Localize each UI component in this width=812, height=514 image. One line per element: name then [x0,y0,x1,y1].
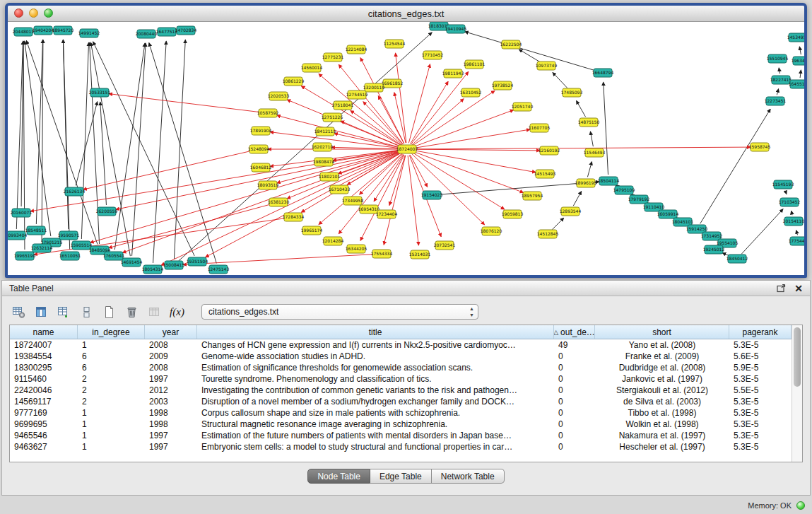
graph-node[interactable]: 17554334 [371,250,393,258]
graph-node[interactable]: 10993404 [8,231,27,240]
graph-node[interactable]: 19404204 [33,26,54,35]
cell-pagerank[interactable]: 5.6E-5 [729,351,792,362]
cell-in_degree[interactable]: 6 [78,351,145,362]
graph-node[interactable]: 17103452 [779,198,801,206]
graph-node[interactable]: 19861101 [464,60,486,69]
graph-node[interactable]: 16381230 [268,198,290,206]
citation-edge[interactable] [700,109,770,223]
tab-edge-table[interactable]: Edge Table [370,469,432,484]
cell-name[interactable]: 9463627 [10,441,78,452]
graph-node[interactable]: 18957954 [522,192,543,200]
cell-out_degree[interactable]: 0 [554,430,595,441]
graph-node[interactable]: 14691454 [121,258,143,267]
graph-node[interactable]: 19590571 [58,231,80,240]
cell-in_degree[interactable]: 2 [78,396,145,407]
graph-node[interactable]: 18548511 [25,226,47,235]
graph-node[interactable]: 27518041 [332,101,354,110]
cell-short[interactable]: Tibbo et al. (1998) [595,407,729,419]
cell-in_degree[interactable]: 2 [78,385,145,396]
import-table-icon[interactable] [145,303,164,322]
graph-node[interactable]: 15008415 [163,261,185,269]
graph-node[interactable]: 11607705 [529,124,551,132]
graph-node[interactable]: 17605541 [103,252,125,260]
graph-node[interactable]: 16222504 [500,40,522,49]
cell-title[interactable]: Investigating the contribution of common… [197,385,554,396]
graph-node[interactable]: 14515493 [534,170,556,178]
table-selector-combobox[interactable]: citations_edges.txt ▲▼ [201,304,478,320]
citation-edge-red[interactable] [413,110,513,146]
graph-node[interactable]: 15958745 [749,143,771,151]
graph-node[interactable]: 20533151 [89,88,111,97]
table-row[interactable]: 1938455462009Genome-wide association stu… [10,351,792,362]
cell-name[interactable]: 22420046 [10,385,78,396]
cell-title[interactable]: Genome-wide association studies in ADHD. [197,351,554,362]
cell-year[interactable]: 2008 [145,362,197,373]
citation-edge[interactable] [800,70,801,78]
graph-node[interactable]: 16510051 [59,252,81,260]
column-header-year[interactable]: year [145,325,197,339]
graph-node[interactable]: 12051740 [512,103,534,111]
graph-node[interactable]: 14560014 [301,64,323,72]
table-mode-icon[interactable] [9,303,28,322]
graph-node[interactable]: 17234404 [376,210,398,218]
citation-edge-red[interactable] [83,151,253,189]
graph-node[interactable]: 16059914 [657,210,679,218]
table-row[interactable]: 911546021997Tourette syndrome. Phenomeno… [10,373,792,385]
graph-node[interactable]: 17710452 [422,51,444,59]
cell-year[interactable]: 2009 [145,351,197,362]
graph-node[interactable]: 19965190 [14,252,36,260]
cell-pagerank[interactable]: 5.9E-5 [729,362,792,373]
graph-node[interactable]: 18996195 [575,179,597,187]
graph-node[interactable]: 17349958 [342,197,364,205]
citation-edge-red[interactable] [413,147,751,149]
citation-edge[interactable] [114,43,145,250]
graph-node[interactable]: 20160071 [11,209,33,217]
graph-node[interactable]: 20732541 [434,241,456,250]
cell-in_degree[interactable]: 1 [78,441,145,452]
cell-out_degree[interactable]: 0 [554,385,595,396]
citation-edge-red[interactable] [413,149,540,151]
citation-edge[interactable] [174,40,185,259]
citation-edge[interactable] [576,100,585,117]
cell-year[interactable]: 1997 [145,430,197,441]
cell-out_degree[interactable]: 0 [554,396,595,407]
cell-name[interactable]: 18300295 [10,362,78,373]
cell-year[interactable]: 1997 [145,373,197,385]
cell-out_degree[interactable]: 0 [554,351,595,362]
citation-edge[interactable] [604,82,608,175]
network-window-titlebar[interactable]: citations_edges.txt [8,6,804,22]
cell-short[interactable]: Yano et al. (2008) [595,339,729,351]
graph-node[interactable]: 12754519 [346,90,368,99]
delete-icon[interactable] [122,303,141,322]
cell-year[interactable]: 1998 [145,419,197,430]
citation-edge[interactable] [590,132,593,146]
cell-year[interactable]: 2012 [145,385,197,396]
graph-node[interactable]: 19154023 [421,191,443,199]
cell-out_degree[interactable]: 0 [554,362,595,373]
citation-edge-red[interactable] [410,155,428,187]
graph-node[interactable]: 16961852 [382,79,404,88]
column-header-pagerank[interactable]: pagerank [729,325,792,339]
graph-node[interactable]: 19245012 [703,245,725,254]
scrollbar-thumb[interactable] [794,327,801,387]
graph-node[interactable]: 18450412 [726,255,748,263]
graph-node[interactable]: 11545193 [772,180,794,189]
graph-node[interactable]: 12273451 [765,97,787,105]
graph-node[interactable]: 17485093 [561,88,583,97]
tab-node-table[interactable]: Node Table [307,469,370,484]
cell-year[interactable]: 2008 [145,339,197,351]
graph-node[interactable]: 14795109 [613,186,635,194]
citation-edge[interactable] [63,40,69,250]
citation-edge[interactable] [741,209,783,255]
graph-node[interactable]: 12014284 [322,237,344,245]
cell-in_degree[interactable]: 1 [78,419,145,430]
citation-edge-red[interactable] [411,71,469,144]
column-header-title[interactable]: title [197,325,554,339]
citation-edge[interactable] [90,42,130,256]
citation-edge-red[interactable] [109,204,273,247]
graph-node[interactable]: 18076120 [481,227,502,235]
citation-edge[interactable] [785,190,787,194]
citation-edge[interactable] [132,43,146,256]
column-header-short[interactable]: short [595,325,729,339]
graph-node[interactable]: 12214084 [346,45,367,54]
